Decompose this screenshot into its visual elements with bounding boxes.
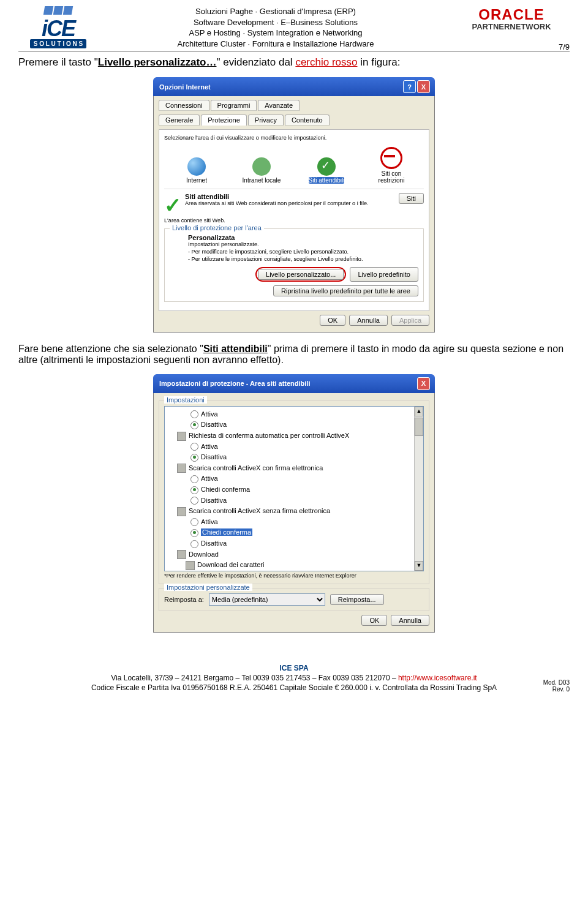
- tab-row-bottom: Generale Protezione Privacy Contenuto: [159, 115, 429, 126]
- gear-icon: [177, 432, 186, 441]
- gear-icon: [186, 561, 195, 570]
- checkmark-icon: [317, 157, 336, 176]
- restart-note: *Per rendere effettive le impostazioni, …: [164, 573, 356, 579]
- scrollbar[interactable]: ▲ ▼: [414, 407, 423, 571]
- help-icon[interactable]: ?: [403, 80, 416, 93]
- instruction-2: Fare bene attenzione che sia selezionato…: [18, 344, 570, 366]
- trusted-desc: Area riservata ai siti Web considerati n…: [164, 200, 424, 208]
- tab-connessioni[interactable]: Connessioni: [159, 100, 209, 111]
- dialog-titlebar-2[interactable]: Impostazioni di protezione - Area siti a…: [153, 374, 435, 393]
- globe-icon: [187, 157, 206, 176]
- reset-button[interactable]: Reimposta...: [330, 594, 384, 605]
- ok-button[interactable]: OK: [320, 315, 345, 326]
- scroll-down-icon[interactable]: ▼: [415, 561, 423, 571]
- tab-generale[interactable]: Generale: [159, 115, 200, 126]
- reset-all-button[interactable]: Ripristina livello predefinito per tutte…: [273, 285, 418, 296]
- instruction-1: Premere il tasto "Livello personalizzato…: [18, 56, 570, 69]
- oracle-logo: ORACLE PARTNERNETWORK: [453, 6, 570, 31]
- tab-protezione[interactable]: Protezione: [201, 115, 247, 126]
- zone-internet[interactable]: Internet: [175, 157, 219, 184]
- dialog-title: Opzioni Internet: [159, 83, 211, 91]
- close-icon[interactable]: X: [417, 377, 430, 390]
- gear-icon: [177, 464, 186, 473]
- download-icon: [177, 550, 186, 559]
- zone-instruction: Selezionare l'area di cui visualizzare o…: [164, 135, 424, 142]
- zone-restricted[interactable]: Siti con restrizioni: [369, 147, 413, 184]
- gear-icon: [177, 507, 186, 516]
- reset-to-label: Reimposta a:: [164, 596, 204, 603]
- restricted-icon: [380, 147, 402, 169]
- zone-trusted[interactable]: Siti attendibili: [304, 157, 349, 184]
- zone-intranet[interactable]: Intranet locale: [239, 157, 284, 184]
- protection-level-group: Livello di protezione per l'area Persona…: [164, 228, 424, 302]
- radio-on[interactable]: [190, 421, 198, 429]
- highlighted-button: Livello personalizzato...: [255, 267, 346, 282]
- dialog-titlebar[interactable]: Opzioni Internet ? X: [153, 77, 435, 96]
- ok-button[interactable]: OK: [361, 615, 387, 626]
- trusted-title: Siti attendibili: [185, 193, 229, 200]
- custom-settings-group: Impostazioni personalizzate Reimposta a:…: [159, 588, 429, 611]
- page-footer: ICE SPA Via Locatelli, 37/39 – 24121 Ber…: [18, 663, 570, 693]
- default-level-button[interactable]: Livello predefinito: [350, 267, 418, 282]
- tab-row-top: Connessioni Programmi Avanzate: [159, 100, 429, 111]
- cancel-button[interactable]: Annulla: [391, 615, 429, 626]
- intranet-icon: [252, 157, 271, 176]
- dialog-title-2: Impostazioni di protezione - Area siti a…: [159, 380, 311, 387]
- cancel-button[interactable]: Annulla: [349, 315, 388, 326]
- settings-list[interactable]: Attiva Disattiva Richiesta di conferma a…: [164, 406, 424, 571]
- radio-off[interactable]: [190, 410, 198, 418]
- header-taglines: Soluzioni Paghe · Gestionali d'Impresa (…: [105, 6, 446, 49]
- check-icon: ✓: [164, 193, 181, 217]
- doc-revision: Mod. D03Rev. 0: [543, 679, 570, 693]
- security-settings-dialog: Impostazioni di protezione - Area siti a…: [153, 374, 435, 633]
- internet-options-dialog: Opzioni Internet ? X Connessioni Program…: [153, 77, 435, 333]
- ice-logo: iCE S O L U T I O N S: [18, 6, 98, 48]
- scroll-thumb[interactable]: [415, 418, 423, 436]
- tab-contenuto[interactable]: Contenuto: [285, 115, 330, 126]
- tab-privacy[interactable]: Privacy: [248, 115, 284, 126]
- settings-group: Impostazioni Attiva Disattiva Richiesta …: [159, 400, 429, 584]
- tab-programmi[interactable]: Programmi: [211, 100, 257, 111]
- tab-avanzate[interactable]: Avanzate: [258, 100, 300, 111]
- custom-level-button[interactable]: Livello personalizzato...: [258, 269, 344, 280]
- sites-button[interactable]: Siti: [399, 193, 424, 204]
- apply-button: Applica: [391, 315, 429, 326]
- close-icon[interactable]: X: [417, 80, 430, 93]
- zone-picker: Internet Intranet locale Siti attendibil…: [164, 147, 424, 184]
- reset-select[interactable]: Media (predefinita): [209, 593, 325, 606]
- scroll-up-icon[interactable]: ▲: [415, 407, 423, 416]
